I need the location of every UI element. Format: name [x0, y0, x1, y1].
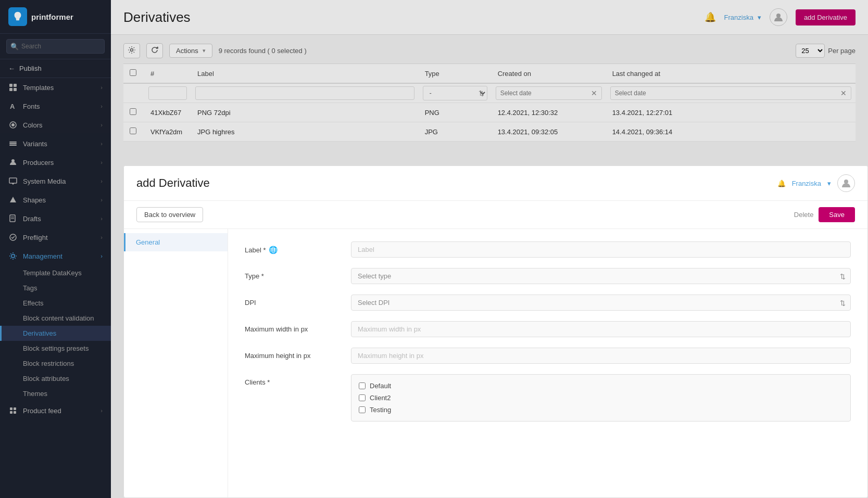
modal-header-right: 🔔 Franziska ▾: [777, 174, 855, 192]
modal-user-dropdown-icon: ▾: [827, 180, 831, 187]
max-height-field-label: Maximum height in px: [245, 348, 338, 360]
max-height-input[interactable]: [351, 348, 851, 364]
clients-box: Default Client2 Testing: [351, 374, 851, 422]
modal-actions: Delete Save: [794, 207, 855, 222]
client-item-testing: Testing: [359, 404, 843, 416]
modal-title: add Derivative: [136, 176, 210, 190]
client-testing-label[interactable]: Testing: [370, 406, 391, 414]
modal-user-name: Franziska: [792, 180, 821, 187]
modal-overlay: add Derivative 🔔 Franziska ▾ Back to ove…: [111, 0, 868, 498]
clients-field-label: Clients *: [245, 374, 338, 386]
dpi-field-label: DPI: [245, 295, 338, 307]
client-testing-checkbox[interactable]: [359, 406, 366, 413]
form-tab-general[interactable]: General: [124, 233, 228, 251]
label-form-row: Label * 🌐: [245, 241, 851, 258]
back-to-overview-button[interactable]: Back to overview: [136, 207, 203, 222]
type-form-row: Type * Select type PNG JPG PDF ⇅: [245, 268, 851, 284]
clients-form-row: Clients * Default Client2: [245, 374, 851, 422]
client-client2-label[interactable]: Client2: [370, 394, 391, 402]
type-select[interactable]: Select type PNG JPG PDF: [351, 268, 851, 284]
save-button[interactable]: Save: [819, 207, 855, 222]
modal-toolbar: Back to overview Delete Save: [124, 201, 867, 229]
dpi-select-wrap: Select DPI 72 150 300 ⇅: [351, 295, 851, 311]
form-content: Label * 🌐 Type * Select type: [228, 229, 867, 497]
modal-body: General Label * 🌐: [124, 229, 867, 497]
modal-bell-icon[interactable]: 🔔: [777, 180, 786, 187]
dpi-select[interactable]: Select DPI 72 150 300: [351, 295, 851, 311]
max-height-form-row: Maximum height in px: [245, 348, 851, 364]
type-field-label: Type *: [245, 268, 338, 280]
form-sidebar: General: [124, 229, 228, 497]
svg-point-24: [844, 180, 848, 184]
max-width-input[interactable]: [351, 321, 851, 337]
type-select-wrap: Select type PNG JPG PDF ⇅: [351, 268, 851, 284]
globe-icon: 🌐: [269, 246, 278, 254]
max-width-field-label: Maximum width in px: [245, 321, 338, 333]
client-default-label[interactable]: Default: [370, 382, 391, 390]
label-field-label: Label * 🌐: [245, 241, 338, 254]
delete-button[interactable]: Delete: [794, 207, 814, 222]
modal-avatar[interactable]: [837, 174, 855, 192]
client-item-default: Default: [359, 380, 843, 392]
max-width-form-row: Maximum width in px: [245, 321, 851, 337]
main-content: Derivatives 🔔 Franziska ▾ add Derivative…: [111, 0, 868, 498]
label-input[interactable]: [351, 241, 851, 258]
client-client2-checkbox[interactable]: [359, 394, 366, 401]
general-tab-label: General: [136, 238, 160, 246]
client-default-checkbox[interactable]: [359, 382, 366, 389]
dpi-form-row: DPI Select DPI 72 150 300 ⇅: [245, 295, 851, 311]
modal-header: add Derivative 🔔 Franziska ▾: [124, 166, 867, 201]
add-derivative-modal: add Derivative 🔔 Franziska ▾ Back to ove…: [123, 165, 868, 498]
client-item-client2: Client2: [359, 392, 843, 404]
